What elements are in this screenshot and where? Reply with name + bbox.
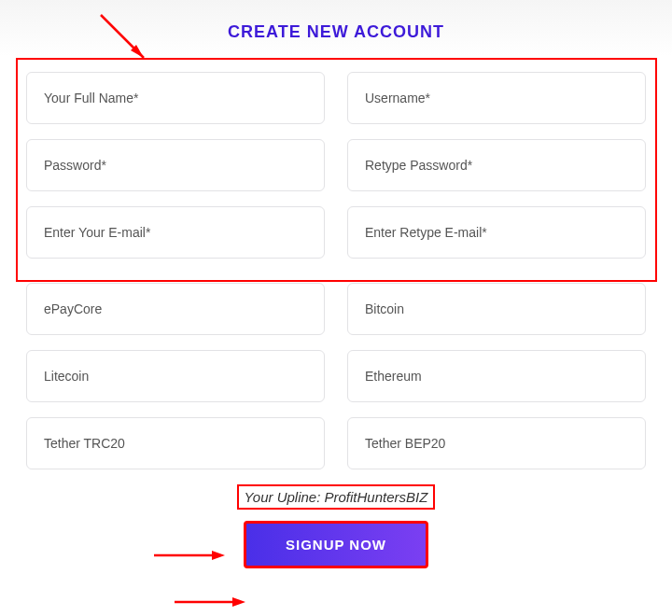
svg-marker-5 bbox=[232, 597, 245, 607]
signup-button[interactable]: SIGNUP NOW bbox=[244, 521, 428, 568]
ethereum-field[interactable] bbox=[347, 350, 646, 402]
litecoin-field[interactable] bbox=[26, 350, 325, 402]
page-title: CREATE NEW ACCOUNT bbox=[0, 0, 672, 42]
retype-email-field[interactable] bbox=[347, 206, 646, 259]
full-name-field[interactable] bbox=[26, 72, 325, 124]
username-field[interactable] bbox=[347, 72, 646, 124]
bitcoin-field[interactable] bbox=[347, 283, 646, 335]
password-field[interactable] bbox=[26, 139, 325, 191]
upline-text: Your Upline: ProfitHuntersBIZ bbox=[237, 484, 436, 510]
epaycore-field[interactable] bbox=[26, 283, 325, 335]
tether-bep-field[interactable] bbox=[347, 417, 646, 469]
tether-trc-field[interactable] bbox=[26, 417, 325, 469]
arrow-button-icon bbox=[173, 595, 247, 609]
email-field[interactable] bbox=[26, 206, 325, 259]
retype-password-field[interactable] bbox=[347, 139, 646, 191]
